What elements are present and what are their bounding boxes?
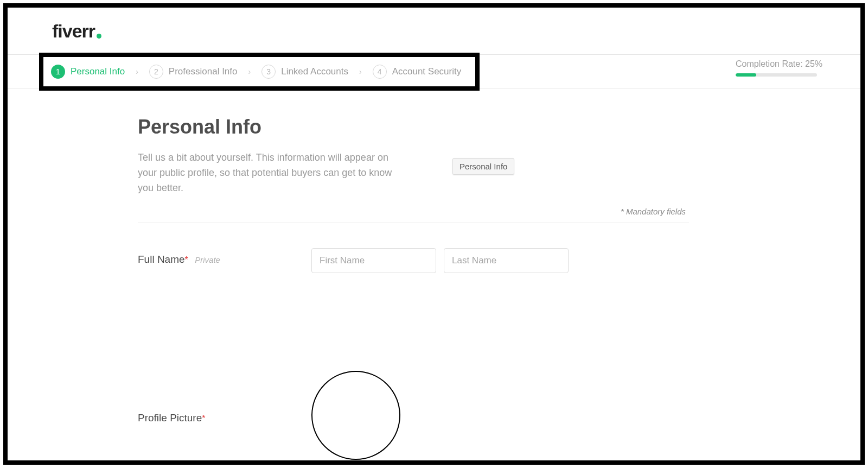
- required-asterisk: *: [202, 414, 205, 423]
- progress-bar: [736, 73, 817, 77]
- step-label: Account Security: [392, 66, 462, 77]
- step-label: Personal Info: [71, 66, 125, 77]
- last-name-input[interactable]: [444, 248, 569, 273]
- step-personal-info[interactable]: 1 Personal Info: [51, 65, 125, 79]
- header: fiverr: [8, 8, 860, 54]
- section-divider: [138, 223, 689, 223]
- step-linked-accounts[interactable]: 3 Linked Accounts: [261, 65, 348, 79]
- app-frame: fiverr 1 Personal Info › 2 Professional …: [3, 3, 865, 465]
- full-name-row: Full Name* Private: [138, 248, 691, 273]
- step-label: Professional Info: [169, 66, 238, 77]
- chevron-right-icon: ›: [136, 67, 138, 76]
- brand-dot-icon: [97, 34, 101, 39]
- brand-name: fiverr: [52, 21, 95, 42]
- step-account-security[interactable]: 4 Account Security: [373, 65, 462, 79]
- intro-text: Tell us a bit about yourself. This infor…: [138, 150, 409, 196]
- completion-rate: Completion Rate: 25%: [736, 59, 822, 77]
- chevron-right-icon: ›: [359, 67, 362, 76]
- full-name-label: Full Name: [138, 254, 185, 265]
- stepper-bar: 1 Personal Info › 2 Professional Info › …: [8, 55, 860, 88]
- private-badge: Private: [195, 255, 220, 264]
- brand-logo[interactable]: fiverr: [52, 21, 101, 42]
- step-number-badge: 1: [51, 65, 65, 79]
- required-asterisk: *: [185, 255, 188, 264]
- mandatory-fields-note: * Mandatory fields: [138, 207, 691, 216]
- profile-picture-label: Profile Picture: [138, 412, 202, 423]
- step-professional-info[interactable]: 2 Professional Info: [149, 65, 238, 79]
- progress-bar-fill: [736, 73, 756, 77]
- profile-picture-upload[interactable]: [311, 371, 400, 460]
- step-number-badge: 4: [373, 65, 387, 79]
- page-title: Personal Info: [138, 116, 691, 138]
- info-chip: Personal Info: [452, 158, 514, 175]
- first-name-input[interactable]: [311, 248, 436, 273]
- intro-row: Tell us a bit about yourself. This infor…: [138, 150, 691, 196]
- step-label: Linked Accounts: [281, 66, 348, 77]
- step-number-badge: 2: [149, 65, 163, 79]
- profile-picture-row: Profile Picture*: [138, 371, 691, 460]
- main-content: Personal Info Tell us a bit about yourse…: [8, 88, 860, 460]
- step-number-badge: 3: [261, 65, 276, 79]
- chevron-right-icon: ›: [248, 67, 251, 76]
- completion-rate-label: Completion Rate: 25%: [736, 59, 822, 69]
- stepper: 1 Personal Info › 2 Professional Info › …: [51, 55, 461, 88]
